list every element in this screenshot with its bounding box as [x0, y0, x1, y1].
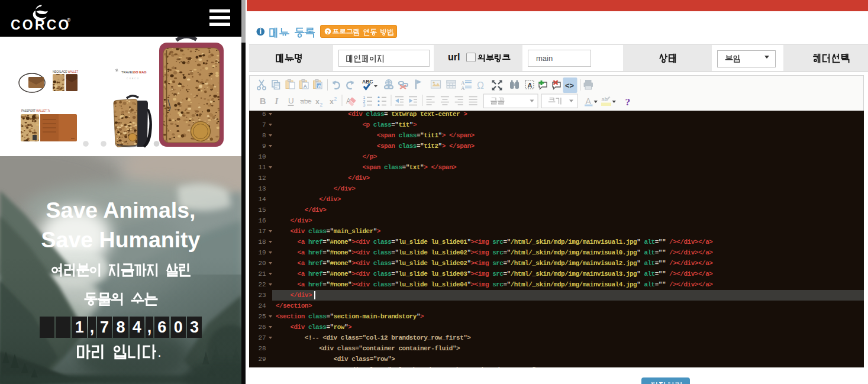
svg-text:3: 3 — [363, 103, 366, 107]
svg-text:W: W — [318, 84, 322, 88]
svg-text:U: U — [288, 96, 294, 105]
svg-text:B: B — [260, 96, 266, 106]
svg-text:x: x — [330, 98, 334, 106]
svg-text:.: . — [157, 344, 162, 360]
svg-text:<>: <> — [565, 82, 574, 91]
svg-text:?: ? — [625, 96, 631, 108]
svg-text:Ω: Ω — [477, 80, 484, 91]
svg-text:A: A — [461, 85, 465, 91]
svg-text:x: x — [315, 98, 320, 106]
svg-text:ABC: ABC — [362, 79, 373, 85]
svg-text:2: 2 — [334, 96, 337, 102]
svg-text:A: A — [304, 83, 308, 89]
svg-text:I: I — [275, 96, 279, 106]
svg-text:2: 2 — [320, 102, 323, 108]
svg-text:A: A — [528, 82, 533, 89]
